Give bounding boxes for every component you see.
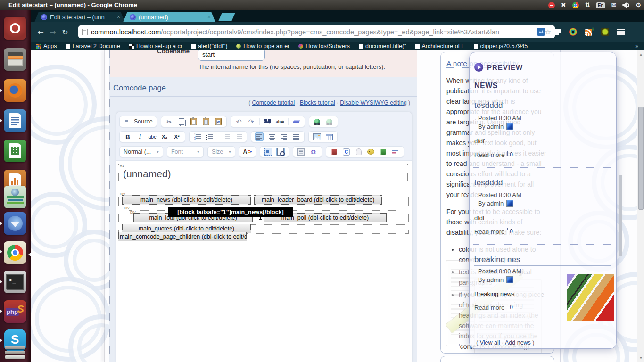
link-icon[interactable] [313,117,322,126]
tab-edit-site[interactable]: Edit site:start – (unn × [34,12,125,22]
clipper-extension-icon[interactable] [601,28,609,36]
find-icon[interactable] [264,117,272,126]
block-main-comcode-page-children[interactable]: main_comcode_page_children (dbl-click to… [118,232,247,241]
source-button[interactable]: Source [134,118,153,125]
blocks-tutorial-link[interactable]: Blocks tutorial [300,99,335,106]
block-main-leader-board[interactable]: main_leader_board (dbl-click to edit/del… [254,195,382,205]
monitor-extension-icon[interactable] [553,28,561,36]
volume-icon[interactable] [622,2,629,8]
codename-input[interactable] [198,50,265,61]
bookmark-apps[interactable]: Apps [36,43,57,49]
news-title[interactable]: tesdddd [474,178,503,188]
paragraph-format-dropdown[interactable]: Normal (...▾ [119,146,163,157]
italic-icon[interactable]: I [136,132,144,141]
comcode-tutorial-link[interactable]: Comcode tutorial [252,99,295,106]
add-news-link[interactable]: Add news [505,339,531,346]
paste-text-icon[interactable] [202,117,210,126]
replace-icon[interactable]: ab⇄ [276,117,284,126]
div-container-icon[interactable] [297,148,305,156]
custom-code-icon[interactable] [391,148,400,156]
lens-extension-icon[interactable] [569,28,577,36]
page-title-text[interactable]: (unnamed) [123,168,171,180]
scroll-down-icon[interactable]: ▼ [637,356,644,360]
status-dnd-icon[interactable] [548,2,555,8]
maximize-icon[interactable] [264,148,272,156]
launcher-item-firefox[interactable] [4,79,26,102]
launcher-stacked-item[interactable] [5,346,25,349]
tab-close-icon[interactable]: × [207,14,211,20]
sync-arrows-icon[interactable]: ⇅ [585,0,590,10]
align-center-icon[interactable] [267,132,276,141]
page-scrollbar[interactable]: ▲ ▼ [637,50,644,362]
news-title[interactable]: tesdddd [474,101,503,110]
scrollbar-thumb[interactable] [638,107,644,210]
chrome-indicator-icon[interactable] [572,2,579,8]
keyboard-layout-indicator[interactable]: En [596,2,605,8]
launcher-item-libreoffice-writer[interactable] [4,109,26,132]
new-tab-button[interactable] [218,13,235,21]
hidden-text-icon[interactable] [355,148,363,156]
table-icon[interactable] [325,132,333,141]
launcher-item-libreoffice-calc[interactable] [4,140,26,162]
text-color-icon[interactable]: A▾ [243,148,252,156]
back-button[interactable]: ← [34,28,47,37]
rss-extension-icon[interactable] [585,28,593,36]
chrome-menu-icon[interactable] [617,29,625,35]
launcher-item-thunderbird[interactable] [4,212,26,235]
subscript-icon[interactable]: X₂ [160,132,169,141]
disable-wysiwyg-link[interactable]: Disable WYSIWYG editing [340,99,406,106]
font-dropdown[interactable]: Font▾ [167,146,204,157]
launcher-item-phpstorm[interactable] [4,300,26,323]
h1-element-box[interactable]: H1 (unnamed) [118,164,408,183]
address-bar[interactable]: common.localhost.com /ocportalproject/oc… [78,25,555,38]
forward-button[interactable]: → [47,28,59,37]
emoticon-icon[interactable] [367,148,375,156]
align-justify-icon[interactable] [292,132,300,141]
read-more-row[interactable]: Read more0 [474,228,515,235]
read-more-row[interactable]: Read more0 [474,304,515,311]
screenshot-extension-icon[interactable] [537,28,545,36]
ordered-list-icon[interactable] [193,132,202,141]
scroll-up-icon[interactable]: ▲ [637,52,644,57]
comcode-tag-icon[interactable]: C [342,148,351,156]
strikethrough-icon[interactable]: abc [148,132,157,141]
outdent-icon[interactable] [222,132,231,141]
bookmark-item[interactable]: HowTos/Subvers [298,43,350,49]
launcher-stacked-item[interactable] [5,355,25,359]
bookmark-item[interactable]: Howto set-up a cr [129,43,182,49]
size-dropdown[interactable]: Size▾ [207,146,235,157]
wysiwyg-content[interactable]: H1 (unnamed) DIV main_news (dbl-click to… [116,161,412,362]
superscript-icon[interactable]: X² [173,132,181,141]
cut-icon[interactable]: ✂ [165,117,173,126]
launcher-item-ubuntu-dash[interactable] [4,17,26,40]
launcher-item-terminal[interactable] [4,271,26,293]
launcher-stacked-item[interactable] [5,351,25,354]
block-main-news[interactable]: main_news (dbl-click to edit/delete) [122,195,251,205]
close-x-icon[interactable]: ✖ [561,0,566,10]
launcher-item-ebook-library[interactable] [4,186,26,208]
tab-close-icon[interactable]: × [117,14,120,20]
bookmark-item[interactable]: clipper.js?0.57945 [474,43,528,49]
align-right-icon[interactable] [280,132,288,141]
bookmark-item[interactable]: document.title(" [359,43,406,49]
unlink-icon[interactable] [325,117,334,126]
bookmark-item[interactable]: alert("dfdf") [191,43,227,49]
bookmark-item[interactable]: Laravel 2 Docume [66,43,120,49]
block-book-icon[interactable] [379,148,388,156]
bookmarks-overflow-icon[interactable]: » [635,43,638,49]
reload-button[interactable]: ↻ [59,28,71,37]
preview-icon[interactable] [276,148,285,156]
news-title[interactable]: breaking nes [474,255,520,264]
redo-icon[interactable]: ↷ [247,117,256,126]
read-more-row[interactable]: Read more0 [474,151,515,158]
special-char-icon[interactable]: Ω [309,148,318,156]
comcode-book-icon[interactable] [330,148,339,156]
mail-icon[interactable]: ✉ [611,0,616,10]
align-left-icon[interactable] [255,132,264,141]
session-gear-icon[interactable]: ⚙ [636,0,641,10]
image-icon[interactable] [313,132,321,141]
launcher-item-chrome[interactable] [4,241,26,264]
launcher-item-files[interactable] [4,48,26,71]
bullet-list-icon[interactable] [206,132,214,141]
tab-unnamed-active[interactable]: (unnamed) × [123,12,215,22]
